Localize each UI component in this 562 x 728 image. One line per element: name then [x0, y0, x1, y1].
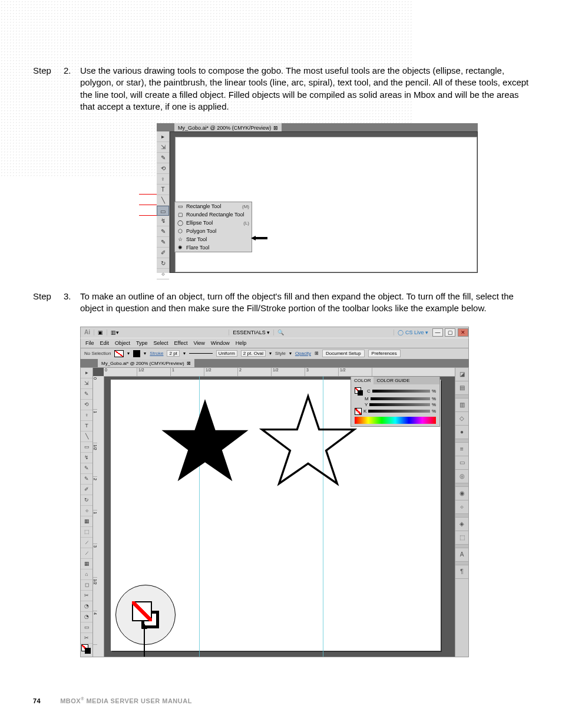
mesh-tool-icon[interactable]: ▦	[81, 559, 92, 569]
document-setup-button[interactable]: Document Setup	[322, 350, 365, 357]
menu-window[interactable]: Window	[211, 340, 230, 346]
menu-view[interactable]: View	[193, 340, 204, 346]
dock-appearance-icon[interactable]: ◎	[455, 470, 468, 483]
selection-tool-icon[interactable]: ▸	[81, 368, 92, 378]
flyout-ellipse-tool[interactable]: ◯ Ellipse Tool (L)	[175, 219, 252, 227]
magic-wand-tool-icon[interactable]: ✎	[81, 389, 92, 400]
align-icon[interactable]: ⊞	[315, 351, 319, 356]
profile-dropdown[interactable]: Uniform	[216, 350, 237, 357]
cslive-button[interactable]: ◯ CS Live ▾	[394, 330, 432, 335]
opacity-link[interactable]: Opacity	[295, 351, 311, 356]
document-tab[interactable]: My_Gobo.ai* @ 200% (CMYK/Preview) ⊠	[98, 359, 194, 367]
blend-tool-icon[interactable]: ✂	[81, 591, 92, 601]
dock-align-icon[interactable]: ◈	[455, 518, 468, 531]
pen-tool-icon[interactable]: ♀	[81, 410, 92, 421]
pen-tool-icon[interactable]: ♀	[157, 174, 169, 185]
line-tool-icon[interactable]: ╲	[81, 431, 92, 442]
type-tool-icon[interactable]: T	[157, 185, 169, 195]
menu-help[interactable]: Help	[236, 340, 247, 346]
blob-brush-tool-icon[interactable]: ✎	[81, 474, 92, 485]
perspective-tool-icon[interactable]: ⟋	[81, 548, 92, 559]
type-tool-icon[interactable]: T	[81, 421, 92, 431]
dock-color-icon[interactable]: ◪	[455, 368, 468, 381]
symbol-sprayer-tool-icon[interactable]: ◔	[81, 601, 92, 612]
menu-effect[interactable]: Effect	[174, 340, 188, 346]
rotate-tool-icon[interactable]: ↻	[157, 258, 169, 269]
maximize-button[interactable]: ▢	[445, 328, 455, 337]
color-guide-tab[interactable]: COLOR GUIDE	[373, 377, 412, 384]
preferences-button[interactable]: Preferences	[368, 350, 401, 357]
rectangle-tool-icon[interactable]: ▭	[157, 206, 169, 216]
width-tool-icon[interactable]: ▦	[81, 516, 92, 527]
flyout-flare-tool[interactable]: ✺ Flare Tool	[175, 243, 252, 252]
flyout-polygon-tool[interactable]: ⬡ Polygon Tool	[175, 227, 252, 235]
none-swatch-icon[interactable]	[355, 408, 362, 415]
menu-select[interactable]: Select	[154, 340, 168, 346]
blob-brush-tool-icon[interactable]: ✎	[157, 237, 169, 248]
artboard-tool-icon[interactable]: ▭	[81, 622, 92, 633]
menu-edit[interactable]: Edit	[100, 340, 110, 346]
stroke-weight-field[interactable]: 2 pt	[167, 350, 179, 357]
graph-tool-icon[interactable]: ◔	[81, 612, 92, 622]
close-tab-icon[interactable]: ⊠	[187, 361, 191, 366]
lasso-tool-icon[interactable]: ⟲	[81, 400, 92, 410]
close-tab-icon[interactable]: ⊠	[273, 125, 278, 131]
close-button[interactable]: ✕	[458, 328, 468, 337]
flyout-rectangle-tool[interactable]: ▭ Rectangle Tool (M)	[175, 202, 252, 210]
stroke-swatch-icon[interactable]	[133, 350, 140, 357]
line-tool-icon[interactable]: ╲	[157, 195, 169, 206]
arrange-icon[interactable]: ▥▾	[107, 330, 123, 335]
magic-wand-tool-icon[interactable]: ✎	[157, 153, 169, 163]
eraser-tool-icon[interactable]: ✐	[81, 485, 92, 495]
flyout-star-tool[interactable]: ☆ Star Tool	[175, 235, 252, 243]
eraser-tool-icon[interactable]: ✐	[157, 248, 169, 258]
dock-character-icon[interactable]: A	[455, 548, 468, 562]
dock-layers-icon[interactable]: ⟐	[455, 500, 468, 514]
selection-tool-icon[interactable]: ▸	[157, 131, 169, 142]
workspace-switcher[interactable]: ESSENTIALS ▾	[229, 330, 273, 335]
fill-stroke-swatch[interactable]	[81, 644, 92, 655]
minimize-button[interactable]: —	[432, 328, 443, 337]
direct-selection-tool-icon[interactable]: ⇲	[81, 378, 92, 389]
bridge-icon[interactable]: ▣	[94, 330, 107, 335]
dock-symbols-icon[interactable]: ◇	[455, 412, 468, 426]
pencil-tool-icon[interactable]: ✎	[157, 226, 169, 237]
lasso-tool-icon[interactable]: ⟲	[157, 163, 169, 174]
dock-transparency-icon[interactable]: ▭	[455, 456, 468, 470]
dock-brushes-icon[interactable]: ▥	[455, 398, 468, 412]
shape-builder-tool-icon[interactable]: ⟋	[81, 538, 92, 548]
color-panel[interactable]: COLOR COLOR GUIDE C% M% Y% K%	[351, 376, 440, 427]
eyedropper-tool-icon[interactable]: ◻	[81, 580, 92, 591]
search-icon[interactable]: 🔍	[273, 330, 287, 335]
pencil-tool-icon[interactable]: ✎	[81, 463, 92, 474]
paintbrush-tool-icon[interactable]: ↯	[157, 216, 169, 226]
fill-swatch-icon[interactable]	[114, 350, 124, 357]
direct-selection-tool-icon[interactable]: ⇲	[157, 142, 169, 153]
dock-stroke-icon[interactable]: ●	[455, 426, 468, 439]
slice-tool-icon[interactable]: ✂	[81, 633, 92, 644]
paintbrush-tool-icon[interactable]: ↯	[81, 453, 92, 463]
c-slider[interactable]	[372, 390, 430, 393]
m-slider[interactable]	[371, 397, 430, 400]
k-slider[interactable]	[368, 410, 430, 413]
menu-file[interactable]: File	[85, 340, 94, 346]
menu-type[interactable]: Type	[136, 340, 148, 346]
dock-gradient-icon[interactable]: ≡	[455, 443, 468, 456]
brush-dropdown[interactable]: 2 pt. Oval	[241, 350, 266, 357]
color-tab[interactable]: COLOR	[351, 377, 373, 384]
dock-paragraph-icon[interactable]: ¶	[455, 565, 468, 579]
document-tab[interactable]: My_Gobo.ai* @ 200% (CMYK/Preview) ⊠	[174, 123, 282, 131]
gradient-tool-icon[interactable]: ⌂	[81, 569, 92, 580]
stroke-link[interactable]: Stroke	[150, 351, 163, 356]
dock-transform-icon[interactable]: ⬚	[455, 531, 468, 545]
y-slider[interactable]	[369, 403, 430, 406]
panel-fill-stroke-icon[interactable]	[355, 387, 363, 396]
dock-graphic-styles-icon[interactable]: ◉	[455, 487, 468, 500]
scale-tool-icon[interactable]: ⟐	[157, 269, 169, 279]
menu-object[interactable]: Object	[115, 340, 130, 346]
rotate-tool-icon[interactable]: ↻	[81, 495, 92, 506]
flyout-rounded-rectangle-tool[interactable]: ▢ Rounded Rectangle Tool	[175, 210, 252, 219]
color-spectrum[interactable]	[355, 417, 436, 424]
free-transform-tool-icon[interactable]: ⬚	[81, 527, 92, 538]
dock-swatches-icon[interactable]: ▤	[455, 381, 468, 395]
